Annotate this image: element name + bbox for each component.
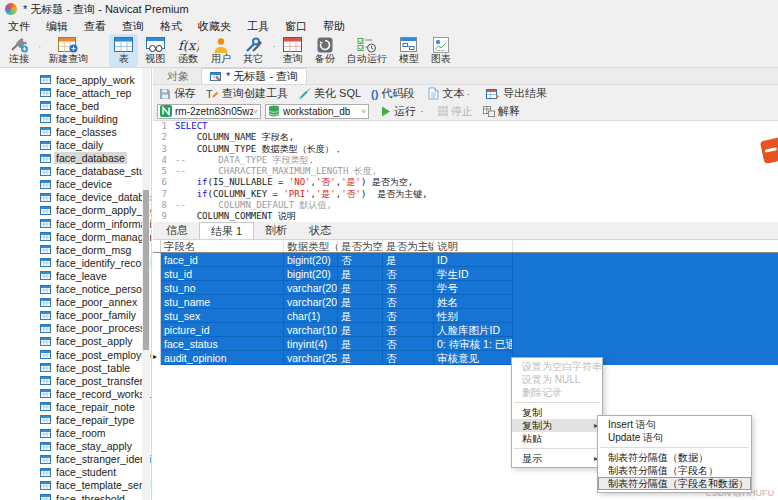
export-result-button[interactable]: 导出结果	[486, 86, 547, 101]
table-row[interactable]: stu_name varchar(20) 是 否 姓名	[153, 295, 778, 309]
cell-field-name[interactable]: stu_name	[161, 295, 284, 309]
cell-data-type[interactable]: varchar(100)	[284, 323, 338, 337]
cell-nullable[interactable]: 否	[338, 253, 383, 267]
cell-data-type[interactable]: bigint(20)	[284, 253, 338, 267]
cell-nullable[interactable]: 是	[338, 337, 383, 351]
menu-item[interactable]: 帮助	[315, 18, 353, 34]
cell-nullable[interactable]: 是	[338, 323, 383, 337]
context-menu-item[interactable]: 复制为 ▸	[512, 419, 602, 432]
table-row[interactable]: stu_no varchar(20) 是 否 学号	[153, 281, 778, 295]
tab-objects[interactable]: 对象	[155, 68, 201, 84]
cell-field-name[interactable]: face_status	[161, 337, 284, 351]
query-button[interactable]: 查询	[278, 34, 308, 67]
new-query-button[interactable]: 新建查询	[43, 34, 93, 67]
table-list-item[interactable]: face_post_apply	[0, 335, 151, 348]
table-list-item[interactable]: face_post_employment	[0, 348, 151, 361]
table-list-item[interactable]: face_repair_type	[0, 413, 151, 426]
context-submenu-item[interactable]: Insert 语句	[598, 418, 751, 431]
sidebar-scrollbar-thumb[interactable]	[143, 190, 149, 350]
connect-button[interactable]: 连接	[4, 34, 34, 67]
table-list-item[interactable]: face_template_send	[0, 479, 151, 492]
chevron-down-icon[interactable]: ˅	[253, 107, 258, 116]
table-list-item[interactable]: face_classes	[0, 125, 151, 138]
table-list-item[interactable]: face_student	[0, 466, 151, 479]
cell-nullable[interactable]: 是	[338, 281, 383, 295]
cell-nullable[interactable]: 是	[338, 267, 383, 281]
table-list-item[interactable]: face_dorm_manager	[0, 230, 151, 243]
code-snippet-button[interactable]: () 代码段	[371, 86, 414, 101]
table-row[interactable]: face_id bigint(20) 否 是 ID	[153, 253, 778, 267]
table-list-item[interactable]: face_database_stu	[0, 165, 151, 178]
context-menu-item[interactable]: 设置为 NULL	[512, 373, 602, 386]
cell-primary-key[interactable]: 否	[383, 309, 434, 323]
cell-comment[interactable]: 0: 待审核 1: 已通过	[434, 337, 513, 351]
cell-field-name[interactable]: stu_no	[161, 281, 284, 295]
cell-primary-key[interactable]: 否	[383, 295, 434, 309]
model-button[interactable]: 模型	[394, 34, 424, 67]
table-list-item[interactable]: face_dorm_msg	[0, 243, 151, 256]
cell-comment[interactable]: 性别	[434, 309, 513, 323]
cell-primary-key[interactable]: 否	[383, 337, 434, 351]
text-dropdown-dot[interactable]: ·	[466, 88, 470, 100]
table-row[interactable]: picture_id varchar(100) 是 否 人脸库图片ID	[153, 323, 778, 337]
table-list-item[interactable]: face_poor_process	[0, 322, 151, 335]
column-header[interactable]: 字段名	[161, 240, 284, 252]
context-submenu-item[interactable]: 制表符分隔值（字段名和数据）	[598, 477, 751, 490]
context-menu-item[interactable]	[512, 399, 602, 406]
table-list-item[interactable]: face_dorm_information	[0, 217, 151, 230]
cell-field-name[interactable]: audit_opinion	[161, 351, 284, 365]
cell-comment[interactable]: 审核意见	[434, 351, 513, 365]
cell-data-type[interactable]: tinyint(4)	[284, 337, 338, 351]
cell-field-name[interactable]: stu_sex	[161, 309, 284, 323]
context-menu-item[interactable]: 复制	[512, 406, 602, 419]
table-list-item[interactable]: face_attach_rep	[0, 86, 151, 99]
autorun-button[interactable]: 自动运行	[342, 34, 392, 67]
cell-comment[interactable]: 学号	[434, 281, 513, 295]
menu-item[interactable]: 编辑	[38, 18, 76, 34]
table-list-item[interactable]: face_stay_apply	[0, 440, 151, 453]
query-builder-button[interactable]: T 查询创建工具	[206, 86, 288, 101]
cell-nullable[interactable]: 是	[338, 309, 383, 323]
context-menu-item[interactable]: 粘贴	[512, 432, 602, 445]
tab-info[interactable]: 信息	[155, 222, 199, 239]
beautify-sql-button[interactable]: 美化 SQL	[298, 86, 361, 101]
sql-editor[interactable]: 1SELECT2 COLUMN_NAME 字段名,3 COLUMN_TYPE 数…	[153, 121, 778, 222]
cell-comment[interactable]: 姓名	[434, 295, 513, 309]
menu-item[interactable]: 格式	[152, 18, 190, 34]
menu-item[interactable]: 窗口	[277, 18, 315, 34]
cell-comment[interactable]: 学生ID	[434, 267, 513, 281]
cell-data-type[interactable]: bigint(20)	[284, 267, 338, 281]
table-list-item[interactable]: face_apply_work	[0, 73, 151, 86]
table-row[interactable]: audit_opinion varchar(255) 是 否 审核意见	[153, 351, 778, 365]
explain-button[interactable]: 解释	[483, 104, 522, 119]
sidebar-scrollbar[interactable]	[142, 68, 150, 500]
cell-primary-key[interactable]: 是	[383, 253, 434, 267]
column-header[interactable]: 是否为空	[338, 240, 383, 252]
table-list-item[interactable]: face_device	[0, 178, 151, 191]
backup-button[interactable]: 备份	[310, 34, 340, 67]
context-submenu-item[interactable]	[598, 444, 751, 451]
table-list-item[interactable]: face_dorm_apply_file	[0, 204, 151, 217]
table-list-item[interactable]: face_record_workstudy	[0, 387, 151, 400]
database-select[interactable]: workstation_db ˅	[265, 104, 369, 119]
tab-result-1[interactable]: 结果 1	[199, 222, 254, 239]
chart-button[interactable]: 图表	[426, 34, 456, 67]
tab-status[interactable]: 状态	[298, 222, 342, 239]
chevron-down-icon[interactable]: ˅	[361, 107, 366, 116]
context-submenu-item[interactable]: 制表符分隔值（字段名）	[598, 464, 751, 477]
cell-field-name[interactable]: stu_id	[161, 267, 284, 281]
table-list-item[interactable]: face_database	[0, 152, 151, 165]
context-submenu-item[interactable]: 制表符分隔值（数据）	[598, 451, 751, 464]
cell-primary-key[interactable]: 否	[383, 281, 434, 295]
cell-data-type[interactable]: varchar(20)	[284, 281, 338, 295]
table-list-item[interactable]: face_notice_person	[0, 283, 151, 296]
cell-comment[interactable]: 人脸库图片ID	[434, 323, 513, 337]
table-list-item[interactable]: face_leave	[0, 269, 151, 282]
save-button[interactable]: 保存	[159, 86, 196, 101]
table-list-item[interactable]: face_bed	[0, 99, 151, 112]
cell-data-type[interactable]: varchar(20)	[284, 295, 338, 309]
table-list-item[interactable]: face_identify_record	[0, 256, 151, 269]
table-list-item[interactable]: face_repair_note	[0, 400, 151, 413]
table-list-item[interactable]: face_threshold	[0, 492, 151, 500]
menu-item[interactable]: 查看	[76, 18, 114, 34]
